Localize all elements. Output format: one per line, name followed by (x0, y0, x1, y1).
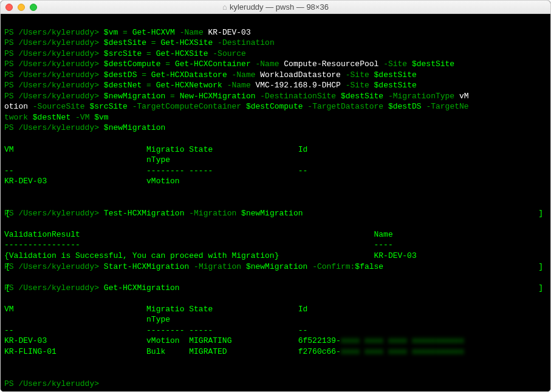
cmdlet: Test-HCXMigration (104, 209, 185, 218)
table-row: KR-FLING-01 Bulk MIGRATED f2760c66- (4, 347, 341, 356)
traffic-lights (5, 4, 37, 11)
flag: -Migration (189, 262, 246, 271)
var: $destSite (104, 38, 146, 47)
prompt: PS /Users/kyleruddy> (4, 38, 99, 47)
prompt: PS /Users/kyleruddy> (4, 70, 99, 79)
titlebar[interactable]: ⌂ kyleruddy — pwsh — 98×36 (1, 1, 550, 14)
zoom-button[interactable] (30, 4, 37, 11)
cmdlet: New-HCXMigration (180, 92, 256, 101)
var: $vm (94, 113, 108, 122)
var: $newMigration (104, 123, 165, 132)
flag: -VM (70, 113, 94, 122)
var: $destSite (412, 59, 454, 69)
flag: -Site (341, 81, 374, 90)
table-sep: ---------------- ---- (4, 240, 393, 249)
eq: = (142, 49, 156, 58)
redacted-id: xxxx xxxx xxxx xxxxxxxxxxx (341, 336, 464, 345)
eq: = (137, 70, 151, 79)
redacted-id: xxxx xxxx xxxx xxxxxxxxxxx (341, 347, 464, 356)
flag: -Name (175, 28, 208, 37)
var: $destSite (341, 92, 383, 101)
var: $srcSite (104, 49, 142, 58)
terminal-body[interactable]: PS /Users/kyleruddy> $vm = Get-HCXVM -Na… (1, 14, 550, 392)
var: $destDS (388, 102, 422, 111)
prompt: PS /Users/kyleruddy> (4, 262, 99, 271)
flag: -SourceSite (28, 102, 89, 111)
prompt: PS /Users/kyleruddy> (4, 92, 99, 101)
value-cont: otion (4, 102, 28, 111)
prompt: PS /Users/kyleruddy> (4, 123, 99, 132)
minimize-button[interactable] (18, 4, 25, 11)
var: $destNet (33, 113, 70, 122)
cmdlet: Get-HCXVM (132, 28, 175, 37)
window-title: ⌂ kyleruddy — pwsh — 98×36 (222, 2, 329, 12)
flag-cont: twork (4, 113, 33, 122)
table-header-cont: nType (4, 315, 170, 324)
flag: -DestinationSite (256, 92, 341, 101)
prompt: PS /Users/kyleruddy> (4, 49, 99, 58)
var: $newMigration (241, 209, 303, 218)
flag: -Site (341, 70, 374, 79)
var: $srcSite (89, 102, 127, 111)
value: WorkloadDatastore (260, 70, 341, 79)
flag: -Name (251, 59, 284, 69)
cmdlet: Start-HCXMigration (104, 262, 189, 271)
prompt: PS /Users/kyleruddy> (4, 283, 99, 292)
var: $destCompute (246, 102, 303, 111)
table-sep: -- -------- ----- -- (4, 326, 307, 335)
eq: = (142, 81, 156, 90)
flag: -MigrationType (383, 92, 459, 101)
cmdlet: Get-HCXContainer (175, 59, 251, 69)
table-row: {Validation is Successful, You can proce… (4, 251, 417, 260)
flag: -Migration (184, 209, 241, 218)
close-button[interactable] (5, 4, 13, 11)
flag: -Site (378, 59, 412, 69)
eq: = (160, 59, 174, 69)
flag: -Destination (213, 38, 274, 47)
flag: -TargetComputeContainer (128, 102, 246, 111)
value: KR-DEV-03 (208, 28, 250, 37)
flag: -Confirm: (307, 262, 355, 271)
var: $newMigration (246, 262, 307, 271)
flag: -Source (208, 49, 246, 58)
eq: = (146, 38, 160, 47)
var: $destSite (374, 70, 417, 79)
var: $destSite (374, 81, 417, 90)
table-row: KR-DEV-03 vMotion MIGRATING 6f522139- (4, 336, 341, 345)
flag: -TargetDatastore (303, 102, 388, 111)
prompt: PS /Users/kyleruddy> (4, 379, 99, 388)
cmdlet: Get-HCXSite (160, 38, 213, 47)
prompt: PS /Users/kyleruddy> (4, 81, 99, 90)
eq: = (165, 92, 179, 101)
eq: = (118, 28, 132, 37)
value: VMC-192.168.9-DHCP (256, 81, 341, 90)
value: Compute-ResourcePool (284, 59, 378, 69)
cmdlet: Get-HCXNetwork (156, 81, 222, 90)
var: $destCompute (104, 59, 161, 69)
cmdlet: Get-HCXMigration (104, 283, 180, 292)
table-row: KR-DEV-03 vMotion (4, 177, 180, 186)
flag: -Name (227, 70, 261, 79)
table-header: VM Migratio State Id (4, 305, 307, 314)
var: $false (355, 262, 383, 271)
var: $destNet (104, 81, 142, 90)
flag: -Name (222, 81, 256, 90)
var: $vm (104, 28, 118, 37)
prompt: PS /Users/kyleruddy> (4, 59, 99, 69)
var: $destDS (104, 70, 137, 79)
var: $newMigration (104, 92, 165, 101)
table-header-cont: nType (4, 155, 170, 164)
terminal-window: ⌂ kyleruddy — pwsh — 98×36 PS /Users/kyl… (0, 0, 551, 392)
value: vM (459, 92, 469, 101)
prompt: PS /Users/kyleruddy> (4, 209, 99, 218)
cmdlet: Get-HCXSite (156, 49, 208, 58)
table-header: ValidationResult Name (4, 230, 393, 239)
table-header: VM Migratio State Id (4, 145, 307, 154)
cmdlet: Get-HCXDatastore (151, 70, 227, 79)
flag: -TargetNe (422, 102, 469, 111)
prompt: PS /Users/kyleruddy> (4, 28, 99, 37)
home-icon: ⌂ (222, 2, 227, 12)
table-sep: -- -------- ----- -- (4, 166, 307, 175)
window-title-text: kyleruddy — pwsh — 98×36 (230, 2, 329, 12)
